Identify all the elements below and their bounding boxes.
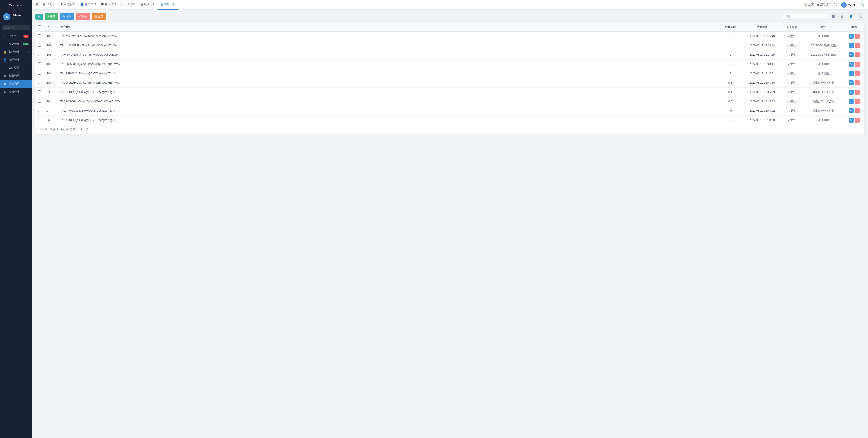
row-edit-button[interactable]: ✎	[849, 43, 854, 48]
row-checkbox-cell	[35, 60, 44, 69]
row-delete-button[interactable]: ✕	[855, 71, 860, 76]
row-checkbox[interactable]	[38, 118, 41, 121]
row-delete-button[interactable]: ✕	[855, 52, 860, 57]
row-checkbox-cell	[35, 50, 44, 60]
sidebar-search-input[interactable]	[2, 25, 30, 30]
more-button[interactable]: ☰ 更多	[92, 13, 106, 20]
row-checkbox[interactable]	[38, 109, 41, 112]
row-address: TAG988h3dKLQMWzRpSNjNDmF2XEYnz7nWG	[58, 97, 717, 106]
topnav-item-settle[interactable]: ▦ 结算记录	[158, 0, 178, 9]
table-row: 102 TAG988h3dKLQMWzRpSNjNDmF2XEYnz7nWG 5…	[35, 60, 864, 69]
admin-menu[interactable]: A Admin	[839, 1, 858, 8]
row-time: 2022-05-12 15:48:41	[744, 60, 780, 69]
status-column-header: 是否提取	[780, 23, 803, 32]
row-checkbox[interactable]	[38, 62, 41, 65]
row-edit-button[interactable]: ✎	[849, 90, 854, 95]
row-time: 2022-05-12 15:45:03	[744, 97, 780, 106]
avatar: A	[3, 13, 10, 21]
row-edit-button[interactable]: ✎	[849, 71, 854, 76]
row-edit-button[interactable]: ✎	[849, 80, 854, 85]
search-topnav-button[interactable]: 🔍	[861, 3, 864, 6]
row-checkbox[interactable]	[38, 72, 41, 74]
agent-icon: 👤	[3, 58, 7, 62]
row-delete-button[interactable]: ✕	[855, 34, 860, 39]
row-delete-button[interactable]: ✕	[855, 108, 860, 113]
row-amount: 5	[717, 60, 744, 69]
row-address: TPUmU3iWAAUv594vd4oWud9YSnmLVSfy7o	[58, 41, 717, 50]
sidebar-item-auth[interactable]: ⊙ 授权管理	[0, 88, 32, 96]
row-delete-button[interactable]: ✕	[855, 43, 860, 48]
row-actions: ✎ ✕	[844, 50, 864, 60]
row-checkbox[interactable]	[38, 34, 41, 37]
topnav-item-dashboard[interactable]: ⊞ 控制台	[40, 0, 58, 9]
row-edit-button[interactable]: ✎	[849, 34, 854, 39]
auth-icon: ⊙	[3, 90, 7, 93]
row-edit-button[interactable]: ✎	[849, 62, 854, 67]
topnav-item-system[interactable]: ⚙ 系统配置	[58, 0, 78, 9]
row-edit-button[interactable]: ✎	[849, 118, 854, 123]
topnav-item-withdraw[interactable]: ☰ 提现管理	[98, 0, 119, 9]
topnav-item-label: 系统配置	[64, 2, 75, 6]
fullscreen-button[interactable]: ⛶	[834, 3, 837, 6]
user-status: 在线	[12, 17, 21, 20]
row-time: 2022-05-19 22:06:48	[744, 32, 780, 41]
cache-icon: 🗑	[816, 3, 819, 6]
topnav-item-agent[interactable]: 👤 代理管理	[78, 0, 98, 9]
sidebar-item-dashboard[interactable]: ⊞ 控制台 hot	[0, 32, 32, 40]
topnav-item-dividend[interactable]: ○ 分红设置	[119, 0, 137, 9]
edit-button[interactable]: ✎ 编辑	[60, 13, 74, 20]
row-edit-button[interactable]: ✎	[849, 108, 854, 113]
row-actions: ✎ ✕	[844, 32, 864, 41]
row-note: 邀请奖励	[803, 69, 844, 78]
data-table: ID 用户地址 结算金额 结算时间 是否提取 备注 操作 105 TPUmU3i…	[35, 23, 864, 125]
sidebar-item-common[interactable]: ☰ 常规管理 new	[0, 40, 32, 48]
row-amount: 0.5	[717, 97, 744, 106]
topnav-item-label: 分红设置	[124, 2, 135, 6]
row-edit-button[interactable]: ✎	[849, 52, 854, 57]
menu-toggle-button[interactable]: ☰	[35, 2, 40, 7]
clear-cache-link[interactable]: 🗑 清除缓存	[816, 3, 831, 7]
row-actions: ✎ ✕	[844, 41, 864, 50]
row-checkbox[interactable]	[38, 100, 41, 102]
id-column-header: ID	[44, 23, 58, 32]
view-grid-button[interactable]: ⊞	[839, 13, 845, 20]
row-delete-button[interactable]: ✕	[855, 80, 860, 85]
row-delete-button[interactable]: ✕	[855, 99, 860, 104]
row-delete-button[interactable]: ✕	[855, 118, 860, 123]
action-buttons: ✎ ✕	[847, 62, 862, 67]
row-checkbox[interactable]	[38, 44, 41, 46]
row-note: 划期自动计算分红	[803, 88, 844, 97]
receive-icon: ▦	[3, 74, 7, 77]
row-actions: ✎ ✕	[844, 97, 864, 106]
delete-button[interactable]: ✕ 删除	[76, 13, 90, 20]
refresh-button[interactable]: ⟳	[35, 13, 43, 20]
select-all-checkbox[interactable]	[38, 26, 41, 28]
sidebar-item-receive[interactable]: ▦ 领取记录	[0, 72, 32, 80]
row-delete-button[interactable]: ✕	[855, 90, 860, 95]
sidebar-item-settlement[interactable]: ▦ 结算记录	[0, 80, 32, 88]
action-column-header: 操作	[844, 23, 864, 32]
row-edit-button[interactable]: ✎	[849, 99, 854, 104]
content-area: ⟳ + 添加 ✎ 编辑 ✕ 删除 ☰ 更多 ☰ ⊞ 👤 🔍	[32, 9, 868, 438]
row-delete-button[interactable]: ✕	[855, 62, 860, 67]
topnav-item-receive[interactable]: ▦ 领取记录	[137, 0, 158, 9]
sidebar-item-dividend[interactable]: ○ 分红设置	[0, 64, 32, 72]
note-column-header: 备注	[803, 23, 844, 32]
topnav-right: 🏠 主页 🗑 清除缓存 ⛶ A Admin 🔍	[804, 1, 864, 8]
row-checkbox[interactable]	[38, 53, 41, 56]
row-amount: 5	[717, 69, 744, 78]
user-filter-button[interactable]: 👤	[847, 13, 855, 20]
sidebar-item-permissions[interactable]: 🔒 权限管理 ‹	[0, 48, 32, 56]
search-button[interactable]: 🔍	[857, 13, 864, 20]
search-area: ☰ ⊞ 👤 🔍	[783, 13, 864, 20]
row-checkbox[interactable]	[38, 81, 41, 84]
toolbar: ⟳ + 添加 ✎ 编辑 ✕ 删除 ☰ 更多 ☰ ⊞ 👤 🔍	[35, 13, 864, 20]
home-link[interactable]: 🏠 主页	[804, 3, 814, 7]
add-button[interactable]: + 添加	[45, 13, 58, 20]
view-list-button[interactable]: ☰	[830, 13, 837, 20]
row-checkbox[interactable]	[38, 90, 41, 93]
search-input[interactable]	[783, 13, 828, 20]
topnav-item-label: 领取记录	[144, 2, 155, 6]
agent-nav-icon: 👤	[80, 3, 84, 6]
sidebar-item-agent[interactable]: 👤 代理管理 ‹	[0, 56, 32, 64]
